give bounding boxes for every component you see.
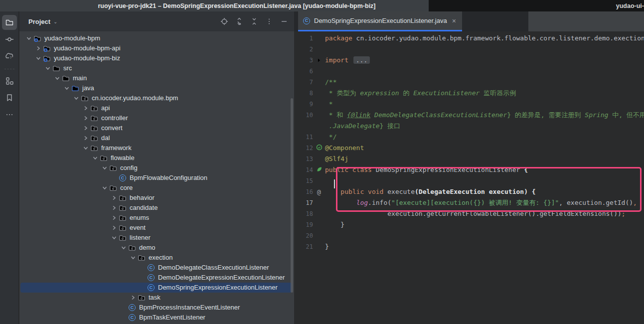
hide-button[interactable] xyxy=(279,16,289,26)
tree-item-controller[interactable]: controller xyxy=(19,113,294,123)
tree-item-config[interactable]: config xyxy=(19,163,294,173)
code-line-1[interactable]: 1package cn.iocoder.yudao.module.bpm.fra… xyxy=(294,33,644,44)
line-number[interactable]: 15 xyxy=(294,177,313,184)
line-number[interactable]: 1 xyxy=(294,35,313,42)
tree-item-java[interactable]: java xyxy=(19,83,294,93)
tree-item-main[interactable]: main xyxy=(19,73,294,83)
line-number[interactable]: 8 xyxy=(294,90,313,97)
tree-item-demo[interactable]: demo xyxy=(19,243,294,253)
tree-item-core[interactable]: core xyxy=(19,183,294,193)
code-line-6[interactable]: 6 xyxy=(294,66,644,77)
line-number[interactable]: 6 xyxy=(294,68,313,75)
code-line-2[interactable]: 2 xyxy=(294,44,644,55)
tree-item-framework[interactable]: framework xyxy=(19,143,294,153)
tree-item-enums[interactable]: enums xyxy=(19,213,294,223)
tree-item-yudao-module-bpm-biz[interactable]: yudao-module-bpm-biz xyxy=(19,53,294,63)
activity-button-more[interactable] xyxy=(2,107,17,122)
code-line-18[interactable]: 18 execution.getCurrentFlowableListener(… xyxy=(294,208,644,219)
activity-button-bookmarks[interactable] xyxy=(2,90,17,105)
code-line-20[interactable]: 20 xyxy=(294,230,644,241)
code-line-12[interactable]: 12@Component xyxy=(294,143,644,154)
line-number[interactable]: 9 xyxy=(294,101,313,108)
tree-item-DemoSpringExpressionExecutionListener[interactable]: CDemoSpringExpressionExecutionListener xyxy=(19,283,294,293)
chevron-right-icon[interactable] xyxy=(81,134,90,142)
line-number[interactable]: 3 xyxy=(294,57,313,64)
code-line-11[interactable]: 11 */ xyxy=(294,132,644,143)
collapse-all-button[interactable] xyxy=(249,16,259,26)
annotated-gutter-icon[interactable]: @ xyxy=(317,188,321,196)
close-icon[interactable]: × xyxy=(451,17,457,25)
chevron-down-icon[interactable] xyxy=(110,234,118,242)
chevron-down-icon[interactable] xyxy=(119,244,128,252)
chevron-right-icon[interactable] xyxy=(81,124,90,132)
tree-item-task[interactable]: task xyxy=(19,293,294,303)
code-line-3[interactable]: 3import ... xyxy=(294,55,644,66)
line-number[interactable]: 21 xyxy=(294,243,313,250)
code-line-16[interactable]: 16@ public void execute(DelegateExecutio… xyxy=(294,186,644,197)
more-button[interactable] xyxy=(264,16,274,26)
chevron-down-icon[interactable] xyxy=(43,64,52,72)
line-number[interactable]: 19 xyxy=(294,221,313,228)
line-number[interactable]: 20 xyxy=(294,232,313,239)
line-number[interactable]: 14 xyxy=(294,166,313,173)
chevron-down-icon[interactable] xyxy=(24,34,33,42)
code-line-14[interactable]: 14public class DemoSpringExpressionExecu… xyxy=(294,164,644,175)
tree-item-BpmTaskEventListener[interactable]: CBpmTaskEventListener xyxy=(19,313,294,322)
line-number[interactable]: 18 xyxy=(294,210,313,217)
chevron-down-icon[interactable] xyxy=(100,164,109,172)
chevron-down-icon[interactable] xyxy=(91,154,99,162)
chevron-right-icon[interactable] xyxy=(110,214,118,222)
line-number[interactable]: 10 xyxy=(294,112,313,119)
code-line-21[interactable]: 21} xyxy=(294,241,644,252)
line-number[interactable]: 2 xyxy=(294,46,313,53)
spring-leaf-icon[interactable] xyxy=(316,166,322,174)
expand-all-button[interactable] xyxy=(234,16,244,26)
activity-button-project[interactable] xyxy=(2,15,17,30)
tree-item-DemoDelegateExpressionExecutionListener[interactable]: CDemoDelegateExpressionExecutionListener xyxy=(19,273,294,283)
tree-item-dal[interactable]: dal xyxy=(19,133,294,143)
locate-button[interactable] xyxy=(219,16,229,26)
chevron-right-icon[interactable] xyxy=(129,294,137,302)
project-tree-scrollbar[interactable] xyxy=(291,98,293,293)
spring-bean-icon[interactable] xyxy=(316,144,322,152)
tree-item-event[interactable]: event xyxy=(19,223,294,233)
chevron-right-icon[interactable] xyxy=(110,224,118,232)
fold-imports-icon[interactable] xyxy=(316,57,322,64)
code-line-17[interactable]: 17 log.info("[execute][execution({}) 被调用… xyxy=(294,197,644,208)
tree-item-BpmProcessInstanceEventListener[interactable]: CBpmProcessInstanceEventListener xyxy=(19,303,294,313)
activity-button-commit[interactable] xyxy=(2,32,17,47)
tree-item-behavior[interactable]: behavior xyxy=(19,193,294,203)
chevron-down-icon[interactable] xyxy=(53,74,61,82)
chevron-right-icon[interactable] xyxy=(110,194,118,202)
chevron-down-icon[interactable] xyxy=(100,184,109,192)
code-line-15[interactable]: 15 xyxy=(294,175,644,186)
code-line-9[interactable]: 9 * xyxy=(294,99,644,110)
line-number[interactable]: 12 xyxy=(294,145,313,152)
activity-button-pull-requests[interactable]: ? xyxy=(2,49,17,64)
code-line-13[interactable]: 13@Slf4j xyxy=(294,154,644,164)
tree-item-src[interactable]: src xyxy=(19,63,294,73)
chevron-down-icon[interactable] xyxy=(34,54,42,62)
code-line-10[interactable]: 10 * 和 {@link DemoDelegateClassExecution… xyxy=(294,110,644,121)
chevron-down-icon[interactable] xyxy=(62,84,71,92)
tree-item-listener[interactable]: listener xyxy=(19,233,294,243)
chevron-down-icon[interactable] xyxy=(72,94,80,102)
tree-item-BpmFlowableConfiguration[interactable]: CBpmFlowableConfiguration xyxy=(19,173,294,183)
project-panel-title[interactable]: Project xyxy=(28,18,50,25)
code-line-19[interactable]: 19 } xyxy=(294,219,644,230)
code-line-8[interactable]: 8 * 类型为 expression 的 ExecutionListener 监… xyxy=(294,88,644,99)
tree-item-convert[interactable]: convert xyxy=(19,123,294,133)
tree-item-candidate[interactable]: candidate xyxy=(19,203,294,213)
chevron-right-icon[interactable] xyxy=(110,204,118,212)
chevron-down-icon[interactable] xyxy=(129,254,137,262)
chevron-right-icon[interactable] xyxy=(81,114,90,122)
code-line-wrap[interactable]: .JavaDelegate} 接口 xyxy=(294,121,644,132)
line-number[interactable]: 11 xyxy=(294,134,313,141)
line-number[interactable]: 13 xyxy=(294,156,313,162)
chevron-down-icon[interactable] xyxy=(81,144,90,152)
tree-item-cn.iocoder.yudao.module.bpm[interactable]: cn.iocoder.yudao.module.bpm xyxy=(19,93,294,103)
code-line-7[interactable]: 7/** xyxy=(294,77,644,88)
tree-item-exection[interactable]: exection xyxy=(19,253,294,263)
tree-item-yudao-module-bpm[interactable]: yudao-module-bpm xyxy=(19,33,294,43)
tree-item-DemoDelegateClassExecutionListener[interactable]: CDemoDelegateClassExecutionListener xyxy=(19,263,294,273)
